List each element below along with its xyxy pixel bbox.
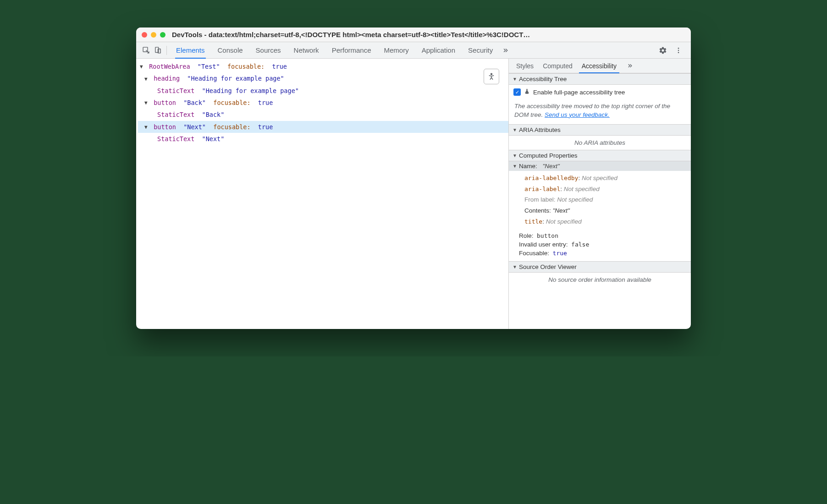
svg-point-5 bbox=[678, 52, 679, 53]
inspect-icon[interactable] bbox=[140, 44, 152, 56]
section-aria-attributes[interactable]: ▼ ARIA Attributes bbox=[509, 124, 691, 136]
svg-point-6 bbox=[491, 73, 492, 75]
tab-network[interactable]: Network bbox=[287, 42, 325, 58]
device-toggle-icon[interactable] bbox=[152, 44, 164, 56]
chevron-down-icon: ▼ bbox=[513, 264, 517, 269]
tree-row-static-text[interactable]: StaticText "Next" bbox=[138, 133, 508, 145]
chevron-down-icon: ▼ bbox=[513, 127, 517, 132]
chevron-down-icon[interactable]: ▼ bbox=[140, 62, 145, 71]
flask-icon bbox=[524, 88, 530, 96]
dom-tree-pane: ▼ RootWebArea "Test" focusable: true ▼ h… bbox=[136, 59, 508, 329]
enable-tree-checkbox[interactable]: ✓ bbox=[513, 88, 521, 96]
chevron-down-icon[interactable]: ▼ bbox=[144, 74, 150, 84]
tab-memory[interactable]: Memory bbox=[378, 42, 415, 58]
sidebar-tab-styles[interactable]: Styles bbox=[512, 59, 538, 73]
accessibility-toggle-button[interactable] bbox=[484, 69, 499, 84]
tree-row-static-text[interactable]: StaticText "Back" bbox=[138, 109, 508, 121]
devtools-window: DevTools - data:text/html;charset=utf-8,… bbox=[136, 27, 691, 329]
tree-moved-note: The accessibility tree moved to the top … bbox=[509, 99, 691, 124]
sidebar-tab-accessibility[interactable]: Accessibility bbox=[577, 59, 621, 73]
tree-row-static-text[interactable]: StaticText "Heading for example page" bbox=[138, 85, 508, 97]
tree-row-button-next[interactable]: ▼ button "Next" focusable: true bbox=[138, 121, 508, 133]
computed-name-row[interactable]: ▼ Name: "Next" bbox=[509, 161, 691, 171]
chevron-down-icon[interactable]: ▼ bbox=[144, 122, 150, 132]
section-computed-properties[interactable]: ▼ Computed Properties bbox=[509, 150, 691, 161]
more-sidebar-tabs-icon[interactable] bbox=[624, 60, 636, 72]
chevron-down-icon: ▼ bbox=[513, 153, 517, 158]
enable-tree-label: Enable full-page accessibility tree bbox=[533, 89, 625, 96]
svg-point-4 bbox=[678, 49, 679, 51]
more-tabs-icon[interactable] bbox=[499, 44, 511, 56]
kebab-menu-icon[interactable] bbox=[673, 44, 684, 56]
sidebar-tabs: Styles Computed Accessibility bbox=[509, 59, 691, 73]
sov-empty-text: No source order information available bbox=[509, 273, 691, 287]
window-controls bbox=[142, 32, 165, 38]
chevron-down-icon[interactable]: ▼ bbox=[144, 98, 150, 108]
section-source-order-viewer[interactable]: ▼ Source Order Viewer bbox=[509, 261, 691, 273]
sidebar-pane: Styles Computed Accessibility ▼ Accessib… bbox=[508, 59, 691, 329]
main-toolbar: Elements Console Sources Network Perform… bbox=[136, 42, 691, 59]
tab-console[interactable]: Console bbox=[211, 42, 249, 58]
invalid-row: Invalid user entry: false bbox=[509, 240, 691, 249]
tree-row-button-back[interactable]: ▼ button "Back" focusable: true bbox=[138, 97, 508, 109]
tab-application[interactable]: Application bbox=[415, 42, 462, 58]
tab-security[interactable]: Security bbox=[462, 42, 499, 58]
tab-performance[interactable]: Performance bbox=[325, 42, 378, 58]
divider bbox=[166, 46, 167, 55]
tree-row-root[interactable]: ▼ RootWebArea "Test" focusable: true bbox=[138, 60, 508, 72]
accessibility-tree: ▼ RootWebArea "Test" focusable: true ▼ h… bbox=[136, 59, 508, 147]
section-accessibility-tree[interactable]: ▼ Accessibility Tree bbox=[509, 73, 691, 85]
chevron-down-icon: ▼ bbox=[513, 77, 517, 82]
chevron-down-icon: ▼ bbox=[513, 164, 517, 169]
tree-row-heading[interactable]: ▼ heading "Heading for example page" bbox=[138, 72, 508, 84]
name-sources: aria-labelledby: Not specified aria-labe… bbox=[509, 171, 691, 232]
svg-point-3 bbox=[678, 48, 679, 49]
focusable-row: Focusable: true bbox=[509, 249, 691, 261]
feedback-link[interactable]: Send us your feedback. bbox=[545, 111, 610, 118]
aria-empty-text: No ARIA attributes bbox=[509, 136, 691, 150]
panel-body: ▼ RootWebArea "Test" focusable: true ▼ h… bbox=[136, 59, 691, 329]
sidebar-tab-computed[interactable]: Computed bbox=[538, 59, 577, 73]
minimize-window-button[interactable] bbox=[151, 32, 156, 38]
tab-elements[interactable]: Elements bbox=[170, 42, 211, 58]
role-row: Role: button bbox=[509, 231, 691, 240]
titlebar: DevTools - data:text/html;charset=utf-8,… bbox=[136, 27, 691, 42]
close-window-button[interactable] bbox=[142, 32, 147, 38]
window-title: DevTools - data:text/html;charset=utf-8,… bbox=[172, 31, 685, 38]
tab-sources[interactable]: Sources bbox=[249, 42, 287, 58]
settings-icon[interactable] bbox=[657, 44, 669, 56]
maximize-window-button[interactable] bbox=[160, 32, 165, 38]
enable-tree-row: ✓ Enable full-page accessibility tree bbox=[509, 85, 691, 99]
